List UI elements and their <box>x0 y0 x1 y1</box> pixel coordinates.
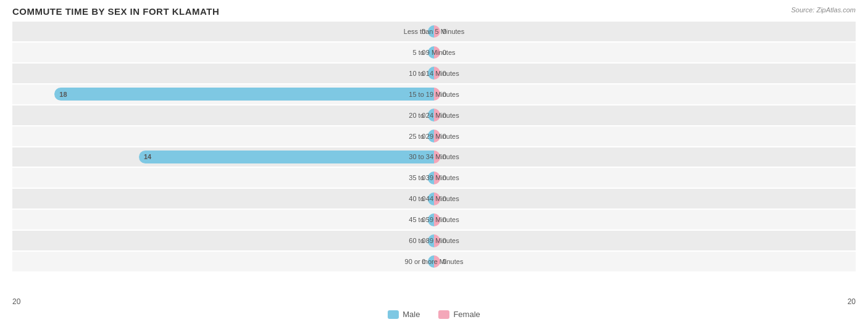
bar-male: 18 <box>54 88 434 101</box>
chart-row: 0 5 to 9 Minutes 0 <box>12 43 856 64</box>
male-axis-value: 0 <box>422 70 425 77</box>
right-side: 0 <box>434 147 856 167</box>
left-side: 0 <box>12 43 434 62</box>
female-axis-value: 0 <box>443 174 446 181</box>
bottom-area: 20 20 Male Female <box>12 295 856 319</box>
chart-row: 0 45 to 59 Minutes 0 <box>12 210 856 231</box>
female-axis-value: 0 <box>443 70 446 77</box>
male-axis-value: 0 <box>422 216 425 223</box>
male-axis-value: 0 <box>422 237 425 244</box>
left-side: 0 <box>12 189 434 208</box>
male-axis-value: 0 <box>422 195 425 202</box>
left-side: 0 <box>12 252 434 271</box>
left-side: 0 <box>12 22 434 41</box>
bar-male <box>428 234 434 247</box>
bar-female <box>434 192 440 205</box>
bar-male: 14 <box>139 151 434 163</box>
chart-title: COMMUTE TIME BY SEX IN FORT KLAMATH <box>12 6 856 17</box>
male-axis-value: 0 <box>422 28 425 35</box>
female-axis-value: 0 <box>443 49 446 56</box>
bar-male <box>428 67 434 80</box>
legend-female: Female <box>438 310 480 319</box>
chart-row: 0 60 to 89 Minutes 0 <box>12 231 856 252</box>
axis-right: 20 <box>848 297 856 306</box>
bar-female <box>434 46 440 59</box>
bar-female <box>434 234 440 247</box>
axis-left: 20 <box>12 297 20 306</box>
male-axis-value: 0 <box>422 258 425 265</box>
female-axis-value: 0 <box>443 91 446 98</box>
female-axis-value: 0 <box>443 133 446 140</box>
male-axis-value: 0 <box>422 133 425 140</box>
left-side: 0 <box>12 231 434 250</box>
source-text: Source: ZipAtlas.com <box>791 6 856 14</box>
chart-row: 18 15 to 19 Minutes 0 <box>12 85 856 105</box>
male-axis-value: 0 <box>422 49 425 56</box>
chart-row: 14 30 to 34 Minutes 0 <box>12 147 856 168</box>
bar-male <box>428 109 434 122</box>
female-axis-value: 0 <box>443 112 446 119</box>
right-side: 0 <box>434 22 856 41</box>
bar-male <box>428 213 434 226</box>
left-side: 0 <box>12 168 434 188</box>
female-axis-value: 0 <box>443 195 446 202</box>
female-axis-value: 0 <box>443 237 446 244</box>
legend-male-label: Male <box>403 310 420 319</box>
bar-male <box>428 255 434 268</box>
right-side: 0 <box>434 43 856 62</box>
legend-female-label: Female <box>453 310 480 319</box>
right-side: 0 <box>434 168 856 188</box>
legend: Male Female <box>12 310 856 319</box>
female-axis-value: 0 <box>443 153 446 160</box>
right-side: 0 <box>434 231 856 250</box>
axis-labels: 20 20 <box>12 297 856 306</box>
bar-male <box>428 25 434 38</box>
right-side: 0 <box>434 105 856 125</box>
bar-male <box>428 46 434 59</box>
chart-area: 0 Less than 5 Minutes 0 0 5 to 9 Minutes… <box>12 22 856 273</box>
chart-row: 0 Less than 5 Minutes 0 <box>12 22 856 43</box>
right-side: 0 <box>434 85 856 104</box>
male-axis-value: 0 <box>422 174 425 181</box>
right-side: 0 <box>434 252 856 271</box>
chart-row: 0 25 to 29 Minutes 0 <box>12 126 856 147</box>
chart-row: 0 35 to 39 Minutes 0 <box>12 168 856 189</box>
right-side: 0 <box>434 64 856 83</box>
bar-male <box>428 171 434 184</box>
bar-male <box>428 130 434 142</box>
left-side: 0 <box>12 126 434 146</box>
male-value: 14 <box>144 153 151 160</box>
bar-female <box>434 151 440 163</box>
bar-female <box>434 25 440 38</box>
bar-male <box>428 192 434 205</box>
left-side: 0 <box>12 64 434 83</box>
female-axis-value: 0 <box>443 28 446 35</box>
left-side: 14 <box>12 147 434 167</box>
chart-container: COMMUTE TIME BY SEX IN FORT KLAMATH Sour… <box>0 0 868 322</box>
left-side: 18 <box>12 85 434 104</box>
bar-female <box>434 213 440 226</box>
legend-male: Male <box>388 310 420 319</box>
right-side: 0 <box>434 210 856 229</box>
female-axis-value: 0 <box>443 216 446 223</box>
left-side: 0 <box>12 105 434 125</box>
female-axis-value: 0 <box>443 258 446 265</box>
chart-row: 0 10 to 14 Minutes 0 <box>12 64 856 85</box>
left-side: 0 <box>12 210 434 229</box>
bar-female <box>434 109 440 122</box>
right-side: 0 <box>434 189 856 208</box>
chart-row: 0 40 to 44 Minutes 0 <box>12 189 856 210</box>
right-side: 0 <box>434 126 856 146</box>
bar-female <box>434 88 440 101</box>
bar-female <box>434 130 440 142</box>
legend-female-box <box>438 310 449 319</box>
legend-male-box <box>388 310 399 319</box>
male-value: 18 <box>59 91 67 98</box>
bar-female <box>434 255 440 268</box>
bar-female <box>434 171 440 184</box>
bar-female <box>434 67 440 80</box>
chart-row: 0 90 or more Minutes 0 <box>12 252 856 273</box>
male-axis-value: 0 <box>422 112 425 119</box>
chart-row: 0 20 to 24 Minutes 0 <box>12 105 856 126</box>
